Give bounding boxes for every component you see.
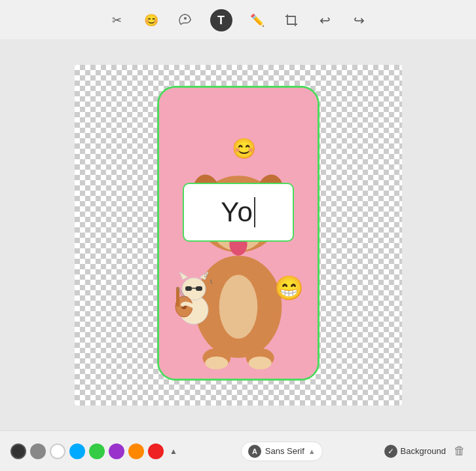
draw-tool-icon[interactable]: ✏️ xyxy=(248,11,266,29)
color-swatch-purple[interactable] xyxy=(109,443,124,459)
phone-frame[interactable]: 😊 Yo 😁 xyxy=(157,86,320,381)
redo-button-icon[interactable]: ↪ xyxy=(350,11,369,29)
font-name-label: Sans Serif xyxy=(265,446,304,456)
color-swatch-orange[interactable] xyxy=(128,443,144,459)
emoji-smile-overlay[interactable]: 😁 xyxy=(274,274,304,302)
bottom-right-controls: ✓ Background 🗑 xyxy=(384,444,466,458)
sticker-tool-icon[interactable] xyxy=(176,11,194,29)
text-tool-icon[interactable]: T xyxy=(210,9,232,31)
color-swatches: ▲ xyxy=(10,443,179,459)
emoji-tool-icon[interactable]: 😊 xyxy=(142,11,160,29)
svg-point-17 xyxy=(205,356,228,369)
background-check-icon: ✓ xyxy=(384,445,397,458)
svg-text:♫: ♫ xyxy=(204,272,208,278)
dog-background: 😊 Yo 😁 xyxy=(159,88,318,379)
background-toggle[interactable]: ✓ Background xyxy=(384,445,446,458)
color-swatch-medium-gray[interactable] xyxy=(30,443,46,459)
color-swatch-green[interactable] xyxy=(89,443,105,459)
color-swatch-blue[interactable] xyxy=(69,443,85,459)
undo-button-icon[interactable]: ↩ xyxy=(316,11,335,29)
toolbar: ✂ 😊 T ✏️ ↩ ↪ xyxy=(0,0,476,39)
color-swatch-red[interactable] xyxy=(148,443,164,459)
expand-colors-icon[interactable]: ▲ xyxy=(168,445,179,457)
color-swatch-white[interactable] xyxy=(50,443,65,459)
emoji-face-overlay[interactable]: 😊 xyxy=(232,137,256,160)
text-cursor xyxy=(254,197,255,227)
svg-marker-22 xyxy=(179,272,188,280)
text-content: Yo xyxy=(221,197,253,228)
bottom-bar: ▲ A Sans Serif ▲ ✓ Background 🗑 xyxy=(0,430,476,471)
delete-button-icon[interactable]: 🗑 xyxy=(454,444,466,458)
svg-point-16 xyxy=(219,274,257,339)
svg-point-18 xyxy=(248,356,271,369)
font-icon: A xyxy=(248,445,261,458)
background-label: Background xyxy=(401,446,446,456)
canvas-container[interactable]: 😊 Yo 😁 xyxy=(75,65,402,405)
guitar-sticker[interactable]: ♪ ♫ xyxy=(171,271,217,334)
text-input-box[interactable]: Yo 😁 xyxy=(183,183,294,242)
crop-tool-icon[interactable] xyxy=(282,11,301,29)
font-chevron-icon: ▲ xyxy=(308,447,316,455)
font-selector[interactable]: A Sans Serif ▲ xyxy=(241,442,323,461)
canvas-area: 😊 Yo 😁 xyxy=(0,39,476,430)
scissors-tool-icon[interactable]: ✂ xyxy=(108,11,126,29)
color-swatch-dark-gray[interactable] xyxy=(10,443,26,459)
svg-text:♪: ♪ xyxy=(210,276,213,286)
